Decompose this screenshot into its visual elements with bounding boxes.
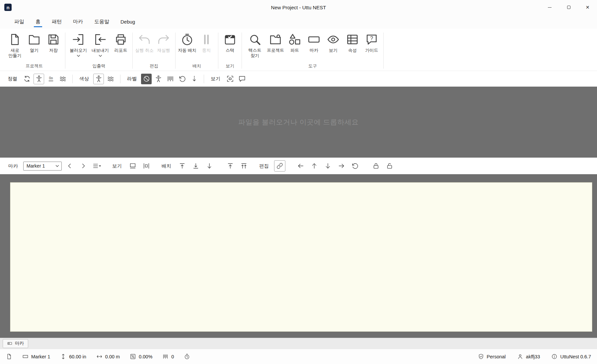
stopwatch-icon (184, 353, 190, 360)
statusbar-efficiency[interactable]: 0.00% (130, 353, 152, 360)
waves-icon (59, 75, 67, 83)
fit-view-button[interactable] (225, 74, 235, 84)
color-by-fabric-button[interactable] (105, 74, 116, 84)
sort-by-size-button[interactable]: 0o (45, 74, 56, 84)
stop-button[interactable]: 중지 (197, 30, 216, 62)
stack-check-icon (223, 33, 237, 46)
align-top-icon (179, 162, 186, 170)
parts-panel-button[interactable]: 파트 (285, 30, 304, 62)
menu-help[interactable]: 도움말 (89, 15, 115, 29)
statusbar-part-count[interactable]: 0 (162, 353, 174, 360)
move-left-button[interactable] (295, 160, 306, 172)
pause-icon (200, 33, 213, 46)
report-button[interactable]: 리포트 (111, 30, 130, 62)
menu-dropdown-icon (93, 162, 102, 170)
show-bounds-button[interactable] (141, 160, 152, 172)
color-by-figure-button[interactable] (93, 74, 104, 84)
ribbon-group-edit: 실행 취소 재실행 편집 (133, 30, 175, 71)
marker-sheet[interactable] (10, 182, 592, 332)
refresh-sort-button[interactable] (22, 74, 32, 84)
open-button[interactable]: 열기 (25, 30, 44, 62)
drop-hint-text: 파일을 불러오거나 이곳에 드롭하세요 (238, 117, 359, 127)
rotate-part-button[interactable] (349, 160, 361, 172)
tab-marker[interactable]: 마카 (3, 339, 28, 348)
guide-button[interactable]: ? 가이드 (362, 30, 381, 62)
statusbar-marker-name[interactable]: Marker 1 (22, 353, 50, 360)
info-icon (551, 353, 558, 360)
minimize-button[interactable] (540, 0, 559, 15)
ribbon-group-project: 새로 만들기 열기 저장 프로젝트 (4, 30, 64, 71)
ribbon-button-label: 스택 (226, 48, 234, 53)
align-bottom-button[interactable] (190, 160, 201, 172)
label-label: 라벨 (127, 76, 137, 82)
statusbar-version[interactable]: UttuNest 0.6.7 (551, 353, 591, 360)
arrow-down-icon (206, 162, 213, 170)
statusbar-length[interactable]: 60.00 in (60, 353, 86, 360)
find-text-button[interactable]: 텍스트 찾기 (244, 30, 266, 62)
marker-menu-button[interactable] (91, 160, 103, 172)
marker-canvas[interactable] (0, 174, 597, 338)
ribbon-group-tools: 텍스트 찾기 프로젝트 파트 마카 보기 (243, 30, 383, 71)
arrow-up-icon (311, 162, 318, 170)
move-right-button[interactable] (336, 160, 347, 172)
properties-panel-button[interactable]: 속성 (343, 30, 362, 62)
ribbon-button-label: 속성 (348, 48, 357, 53)
maximize-button[interactable] (559, 0, 578, 15)
move-down-button[interactable] (322, 160, 334, 172)
move-up-button[interactable] (309, 160, 320, 172)
label-barcode-button[interactable] (165, 74, 176, 84)
link-parts-button[interactable] (274, 160, 285, 172)
new-file-icon (8, 33, 22, 46)
drop-down-button[interactable] (204, 160, 215, 172)
statusbar-width[interactable]: 0.00 m (96, 353, 120, 360)
menu-marker[interactable]: 마카 (67, 15, 89, 29)
import-button[interactable]: 불러오기 (67, 30, 89, 62)
menu-debug[interactable]: Debug (115, 15, 141, 29)
align-top-button[interactable] (177, 160, 188, 172)
menu-pattern[interactable]: 패턴 (46, 15, 67, 29)
new-project-button[interactable]: 새로 만들기 (5, 30, 25, 62)
marker-panel-button[interactable]: 마카 (304, 30, 324, 62)
marker-select[interactable]: Marker 1 (23, 162, 62, 171)
label-figure-button[interactable] (153, 74, 164, 84)
sort-by-figure-button[interactable] (34, 74, 44, 84)
save-button[interactable]: 저장 (44, 30, 63, 62)
sort-by-fabric-button[interactable] (57, 74, 68, 84)
statusbar-user[interactable]: akffj33 (517, 353, 540, 360)
menu-home[interactable]: 홈 (30, 15, 46, 29)
comment-button[interactable] (237, 74, 247, 84)
person-icon (155, 75, 162, 83)
statusbar-license[interactable]: Personal (478, 353, 506, 360)
label-rotation-button[interactable] (177, 74, 187, 84)
lock-button[interactable] (370, 160, 382, 172)
label-none-button[interactable] (141, 74, 152, 84)
raise-top-button[interactable] (225, 160, 236, 172)
next-marker-button[interactable] (78, 160, 89, 172)
statusbar-timer[interactable] (184, 353, 190, 360)
label-snap-button[interactable] (189, 74, 199, 84)
project-panel-button[interactable]: 프로젝트 (266, 30, 285, 62)
redo-button[interactable]: 재실행 (154, 30, 173, 62)
stack-button[interactable]: 스택 (220, 30, 240, 62)
menu-file[interactable]: 파일 (9, 15, 30, 29)
unlock-button[interactable] (384, 160, 395, 172)
statusbar-file[interactable] (6, 353, 12, 360)
show-sheet-button[interactable] (127, 160, 138, 172)
person-icon (95, 75, 103, 83)
prev-marker-button[interactable] (64, 160, 75, 172)
auto-place-button[interactable]: 자동 배치 (178, 30, 197, 62)
ribbon-separator (65, 33, 65, 69)
lock-icon (372, 162, 380, 170)
close-button[interactable]: ✕ (578, 0, 597, 15)
pattern-drop-area[interactable]: 파일을 불러오거나 이곳에 드롭하세요 (0, 87, 597, 158)
marker-label: 마카 (8, 163, 18, 169)
export-button[interactable]: 내보내기 (89, 30, 111, 62)
view-panel-button[interactable]: 보기 (324, 30, 343, 62)
undo-button[interactable]: 실행 취소 (135, 30, 154, 62)
refresh-icon (23, 75, 31, 83)
person-icon (35, 75, 43, 83)
ribbon-separator (132, 33, 133, 69)
statusbar-marker-name-value: Marker 1 (31, 354, 50, 359)
raise-all-button[interactable] (238, 160, 250, 172)
double-arrow-up-icon (240, 162, 248, 170)
